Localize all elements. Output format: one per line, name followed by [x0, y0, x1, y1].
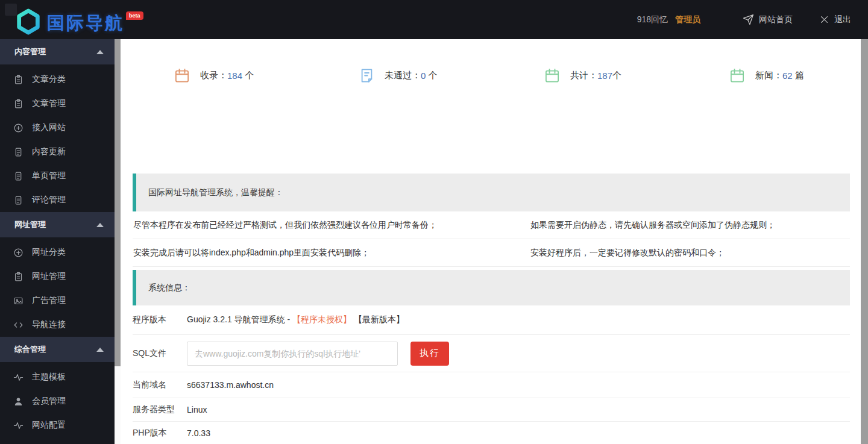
top-header: 国际导航 beta 918回忆 管理员 网站首页 退出	[0, 0, 868, 39]
sidebar-item-add-site[interactable]: 接入网站	[0, 116, 115, 140]
logo[interactable]: 国际导航 beta	[14, 4, 143, 36]
logo-hexagon-icon	[14, 8, 42, 36]
section-label: 综合管理	[14, 344, 96, 355]
stat-total: 共计： 187 个	[491, 57, 676, 93]
document-icon	[13, 195, 24, 205]
sidebar-item-label: 导航连接	[32, 319, 66, 330]
system-info-banner: 系统信息：	[133, 270, 850, 305]
sidebar-item-article-category[interactable]: 文章分类	[0, 67, 115, 92]
sidebar-section-general[interactable]: 综合管理	[0, 337, 115, 362]
sidebar-item-label: 网址管理	[32, 271, 66, 282]
execute-button[interactable]: 执行	[410, 342, 449, 366]
pulse-icon	[13, 372, 24, 383]
logo-text: 国际导航	[47, 11, 124, 36]
sidebar-item-nav-link[interactable]: 导航连接	[0, 313, 115, 337]
server-value: Linux	[187, 405, 207, 414]
sidebar-item-theme-template[interactable]: 主题模板	[0, 365, 115, 389]
sidebar-item-label: 接入网站	[32, 122, 66, 133]
sidebar-item-label: 广告管理	[32, 295, 66, 306]
chevron-up-icon	[96, 50, 104, 54]
stat-value: 187	[597, 70, 612, 81]
sidebar-item-label: 网站配置	[32, 420, 66, 431]
stat-news: 新闻： 62 篇	[676, 57, 861, 93]
section-items: 文章分类 文章管理 接入网站 内容更新 单页管理 评论管理	[0, 64, 115, 212]
sidebar-item-member-manage[interactable]: 会员管理	[0, 389, 115, 413]
row-label: 程序版本	[133, 314, 187, 325]
sidebar-item-single-page[interactable]: 单页管理	[0, 164, 115, 188]
stat-value: 184	[227, 70, 242, 81]
window-scrollbar	[861, 39, 868, 444]
stat-unit: 个	[242, 70, 254, 81]
clipboard-icon	[13, 272, 24, 282]
beta-badge: beta	[126, 11, 143, 20]
chevron-up-icon	[96, 223, 104, 227]
sidebar-item-site-config[interactable]: 网站配置	[0, 413, 115, 437]
tip-text: 尽管本程序在发布前已经经过严格测试，但我们依然强烈建议各位用户时常备份；	[133, 220, 530, 231]
row-server-type: 服务器类型 Linux	[133, 398, 850, 422]
stat-included: 收录： 184 个	[121, 57, 306, 93]
user-icon	[13, 396, 24, 407]
plus-circle-icon	[13, 248, 24, 258]
sql-url-input[interactable]	[187, 342, 398, 366]
sidebar-item-comment-manage[interactable]: 评论管理	[0, 188, 115, 212]
paper-plane-icon	[743, 14, 754, 25]
sidebar-item-content-update[interactable]: 内容更新	[0, 140, 115, 164]
sidebar-item-ad-manage[interactable]: 广告管理	[0, 289, 115, 313]
document-icon	[13, 171, 24, 181]
stat-unit: 个	[426, 70, 437, 81]
row-current-domain: 当前域名 s6637133.m.awhost.cn	[133, 372, 850, 398]
calendar-icon	[544, 67, 561, 84]
latest-version-label[interactable]: 【最新版本】	[351, 314, 404, 324]
row-program-version: 程序版本 Guojiz 3.2.1 导航管理系统 - 【程序未授权】 【最新版本…	[133, 305, 850, 335]
section-items: 主题模板 会员管理 网站配置	[0, 362, 115, 444]
clipboard-icon	[13, 99, 24, 109]
tip-text: 安装好程序后，一定要记得修改默认的密码和口令；	[530, 248, 850, 258]
user-role-link[interactable]: 管理员	[675, 14, 700, 25]
sidebar-item-label: 内容更新	[32, 146, 66, 157]
sidebar-item-label: 网址分类	[32, 247, 66, 258]
row-sql-file: SQL文件 执行	[133, 335, 850, 372]
sidebar-scrollbar-thumb[interactable]	[115, 39, 121, 366]
stat-label: 未通过：	[385, 70, 421, 81]
window-scrollbar-thumb[interactable]	[861, 39, 868, 444]
version-value: Guojiz 3.2.1 导航管理系统 - 【程序未授权】 【最新版本】	[187, 314, 404, 325]
sidebar-item-url-manage[interactable]: 网址管理	[0, 264, 115, 289]
stat-unit: 篇	[793, 70, 804, 81]
close-icon	[819, 14, 829, 25]
main-content: 收录： 184 个 未通过： 0 个 共计： 187 个 新闻： 62 篇	[121, 39, 861, 444]
notice-title: 国际网址导航管理系统，温馨提醒：	[148, 187, 283, 198]
sidebar: 内容管理 文章分类 文章管理 接入网站 内容更新 单页管理	[0, 39, 115, 444]
stats-row: 收录： 184 个 未通过： 0 个 共计： 187 个 新闻： 62 篇	[121, 57, 861, 93]
document-icon	[13, 147, 24, 157]
sidebar-item-article-manage[interactable]: 文章管理	[0, 92, 115, 116]
code-icon	[13, 320, 24, 330]
plus-circle-icon	[13, 123, 24, 133]
home-link-label: 网站首页	[759, 14, 793, 25]
sidebar-item-label: 文章分类	[32, 74, 66, 85]
section-label: 网址管理	[14, 219, 96, 230]
system-info-title: 系统信息：	[148, 283, 190, 293]
stat-label: 收录：	[200, 70, 227, 81]
sidebar-item-label: 单页管理	[32, 170, 66, 181]
user-group-label: 918回忆	[637, 14, 668, 25]
stat-label: 共计：	[570, 70, 597, 81]
row-php-version: PHP版本 7.0.33	[133, 422, 850, 444]
site-home-link[interactable]: 网站首页	[743, 14, 793, 25]
tip-text: 如果需要开启伪静态，请先确认服务器或空间添加了伪静态规则；	[530, 220, 850, 231]
unauthorized-badge[interactable]: 【程序未授权】	[292, 314, 351, 324]
sidebar-section-content[interactable]: 内容管理	[0, 39, 115, 64]
row-label: 当前域名	[133, 380, 187, 390]
version-prefix: Guojiz 3.2.1 导航管理系统 -	[187, 314, 292, 324]
sidebar-scrollbar	[115, 39, 121, 444]
admin-dashboard-page: 国际导航 beta 918回忆 管理员 网站首页 退出 内容管理	[0, 0, 868, 444]
grid-icon	[5, 4, 17, 16]
domain-value: s6637133.m.awhost.cn	[187, 380, 274, 390]
sidebar-item-url-category[interactable]: 网址分类	[0, 240, 115, 264]
sidebar-item-partial[interactable]	[0, 437, 115, 444]
notice-banner: 国际网址导航管理系统，温馨提醒：	[133, 174, 850, 211]
file-icon	[359, 67, 375, 84]
sidebar-item-label: 会员管理	[32, 396, 66, 407]
row-label: 服务器类型	[133, 404, 187, 415]
logout-link[interactable]: 退出	[819, 14, 851, 25]
sidebar-section-url[interactable]: 网址管理	[0, 212, 115, 237]
